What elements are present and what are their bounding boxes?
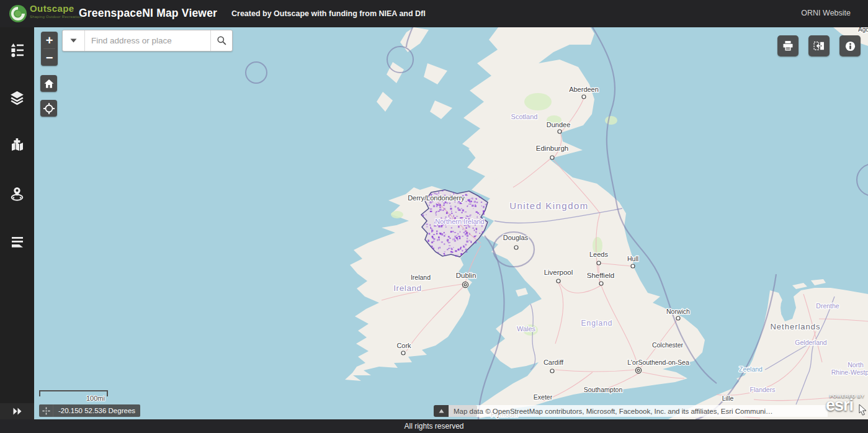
greenspace-dot [463,246,464,248]
greenspace-dot [441,241,443,243]
greenspace-dot [438,211,440,212]
zoom-in-button[interactable]: + [41,32,58,48]
map-city-label: Dundee [547,121,571,128]
sidebar-item-near-me[interactable] [0,180,34,207]
greenspace-dot [426,226,428,228]
greenspace-dot [430,246,432,246]
print-button[interactable] [777,35,799,56]
sidebar-item-legend[interactable] [0,36,34,63]
greenspace-dot [468,203,470,205]
brand-tagline: Shaping Outdoor Recreation [30,15,82,19]
greenspace-dot [475,205,477,207]
map-city-label: Edinburgh [536,145,568,152]
greenspace-dot [469,233,470,235]
greenspace-dot [447,249,449,250]
map-region-label: Zeeland [739,365,763,373]
greenspace-dot [433,238,435,239]
land-island [516,288,528,297]
land-island [424,63,447,84]
greenspace-dot [483,206,485,208]
map-city-label: Agd [858,27,868,33]
greenspace-dot [467,216,468,217]
greenspace-dot [455,236,456,238]
greenspace-dot [466,216,468,217]
greenspace-dot [431,227,431,230]
greenspace-dot [444,254,445,256]
greenspace-dot [439,247,441,249]
greenspace-dot [445,226,446,228]
greenspace-dot [476,212,478,213]
map-region-label: Scotland [511,113,538,120]
orni-website-link[interactable]: ORNI Website [801,9,851,17]
map-canvas[interactable]: ScotlandUnited KingdomNorthern IrelandIr… [34,27,868,419]
search-input[interactable] [85,30,210,51]
mouse-cursor-icon [858,404,867,418]
greenspace-dot [462,250,463,252]
greenspace-dot [446,202,448,203]
greenspace-dot [465,233,466,235]
map-city-label: Hull [627,255,638,262]
home-button[interactable] [40,75,57,92]
greenspace-dot [455,255,457,257]
swipe-icon [813,40,825,52]
greenspace-dot [461,212,463,213]
greenspace-dot [439,202,439,204]
greenspace-dot [439,207,441,208]
chevron-down-icon [70,38,77,43]
greenspace-dot [483,213,485,215]
search-sources-dropdown[interactable] [63,30,85,51]
greenspace-dot [467,238,468,239]
coordinates-crosshair-icon[interactable] [39,404,53,417]
greenspace-dot [475,236,477,236]
greenspace-dot [463,232,465,233]
info-button[interactable] [839,35,861,56]
map-attribution: Map data © OpenStreetMap contributors, M… [449,405,828,417]
greenspace-dot [460,202,460,204]
sidebar-expand-button[interactable] [0,403,34,419]
greenspace-dot [455,212,457,213]
greenspace-dot [463,228,463,230]
search-button[interactable] [210,30,232,51]
greenspace-dot [481,202,482,203]
city-marker [557,279,560,283]
greenspace-dot [481,225,482,227]
greenspace-dot [432,236,434,238]
map-city-label: Norwich [666,308,690,315]
map-region-label: North [848,361,864,368]
sidebar-item-add-data[interactable] [0,132,34,159]
greenspace-dot [439,204,441,206]
greenspace-dot [462,236,463,237]
zoom-out-button[interactable]: − [41,49,58,66]
greenspace-dot [479,233,480,234]
greenspace-dot [447,239,449,240]
page-subtitle: Created by Outscape with funding from NI… [231,9,426,18]
scale-label: 100mi [86,395,105,402]
double-chevron-right-icon [12,408,22,415]
greenspace-dot [438,225,440,227]
greenspace-dot [475,204,475,205]
greenspace-dot [471,241,472,243]
greenspace-dot [436,233,437,234]
sidebar-item-layers[interactable] [0,84,34,111]
map-region-label: Northern Ireland [435,218,485,225]
swipe-button[interactable] [808,35,830,56]
greenspace-dot [446,212,448,214]
green-area [524,93,552,110]
city-marker [558,130,562,133]
greenspace-dot [449,242,451,243]
brand-block: Outscape Shaping Outdoor Recreation [30,4,82,19]
map-city-label: Derry/Londonderry [408,194,465,202]
greenspace-dot [439,192,440,194]
locate-button[interactable] [40,100,57,117]
sidebar-item-details[interactable] [0,228,34,256]
greenspace-dot [429,233,431,234]
greenspace-dot [462,210,464,212]
chevron-up-icon [439,409,444,413]
greenspace-dot [458,210,459,211]
greenspace-dot [476,198,477,200]
outscape-logo-icon [8,4,28,24]
greenspace-dot [467,195,468,195]
greenspace-dot [426,224,427,225]
greenspace-dot [470,215,472,215]
greenspace-dot [430,208,432,210]
